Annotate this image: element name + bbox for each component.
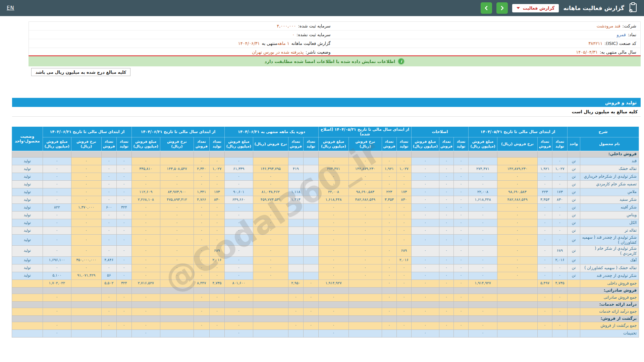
value-cell: ۰ [209,173,224,180]
value-cell [116,151,131,157]
value-cell: ۰ [160,245,194,256]
value-cell: ۰ [303,322,318,329]
value-cell: ۵,۵۰۲ [101,280,116,287]
value-cell: ۰ [318,329,348,337]
product-row: ويناستن۰۰۰۰۰۰۰۰۰۰۰۰۰۰۰۰۰۰۰۰۰تولید [12,211,639,219]
value-cell: ۰ [382,173,396,180]
value-cell: ۰ [552,203,567,211]
value-cell: ۰ [318,180,348,188]
value-cell [253,315,288,322]
status-cell [12,329,43,337]
value-cell: ۰ [101,219,116,227]
status-cell: تولید [12,264,43,272]
value-cell [453,151,468,157]
value-cell: ۰ [194,272,209,280]
value-cell: ۴۵۹,۷۷۳,۵۳۱ [253,196,288,203]
value-cell: ۰ [382,256,396,264]
header-product-status: وضعیت محصول-واحد [12,127,43,151]
value-cell: ۰ [160,180,194,188]
value-cell: ۰ [439,227,453,234]
value-cell: ۰ [348,219,382,227]
sub-column-header: تعداد تولید [396,137,411,151]
value-cell: ۰ [537,272,552,280]
status-cell: تولید [12,234,43,245]
value-cell: ۰ [253,211,288,219]
value-cell: ۶۰۰ [101,203,116,211]
value-cell [348,280,382,287]
value-cell: ۰ [497,219,537,227]
value-cell: ۰ [348,272,382,280]
value-cell [160,301,194,308]
language-switch-link[interactable]: EN [7,5,14,11]
value-cell: ۱,۶۹۶,۱۰۰ [43,256,71,264]
value-cell: ۰ [303,308,318,315]
value-cell: ۰ [453,245,468,256]
value-cell [253,294,288,301]
company-info-field: گزارش فعالیت ماهانه ۱ ماههمنتهی به ۱۴۰۴/… [29,39,335,48]
value-cell: ۰ [348,264,382,272]
sub-column-header: تعداد فروش [439,137,453,151]
value-cell: ۰ [468,203,497,211]
product-name-cell: جمع برگشت از فروش [580,322,639,329]
header-description: شرح [567,127,639,137]
value-cell: ۱,۹۱۴,۹۲۷ [468,280,497,287]
value-cell: ۰ [468,227,497,234]
product-row: شکر آفينهتن۰۰۰۰۰۰۰۰۰۰۰۰۰۰۰۰۰۳۲۴۶۰۰۱,۳۷۰,… [12,203,639,211]
value-cell [396,315,411,322]
value-cell [303,245,318,256]
previous-report-button[interactable] [481,2,492,14]
value-cell: ۰ [537,219,552,227]
report-type-dropdown[interactable]: گزارش فعالیت [512,4,559,12]
value-cell: ۲,۰۱۶ [396,256,411,264]
unit-cell: تن [567,272,580,280]
value-cell: ۰ [537,173,552,180]
status-cell: تولید [12,245,43,256]
value-cell: ۰ [411,234,439,245]
value-cell [497,287,537,294]
product-row: شکر توليدي از چغندر قندتن۰۰۰۰۰۰۰۰۰۰۰۰۰۰۰… [12,272,639,280]
unit-cell [567,308,580,315]
value-cell: ۰ [439,322,453,329]
value-cell: ۱۴۲,۸۷۹,۲۳۰ [497,165,537,173]
sub-column-header: مبلغ فروش (میلیون ریال) [43,137,71,151]
value-cell: ۰ [160,234,194,245]
value-cell [303,203,318,211]
value-cell: ۳۲۴ [116,280,131,287]
value-cell: ۰ [497,173,537,180]
summary-row: جمع برگشت از فروش۰۰۰۰۰۰۰۰۰۰۰۰۰۰۰۰۰۰ [12,322,639,329]
value-cell: ۰ [411,264,439,272]
sub-column-header: تعداد فروش [537,137,552,151]
value-cell [318,301,348,308]
product-row: تصفيه شکر خام کارمزديتن۰۰۰۰۰۰۰۰۰۰۰۰۰۰۰۰۰… [12,180,639,188]
product-name-cell: تفاله خشک ( سهمیه کشاورزان ) [580,264,639,272]
value-cell: ۰ [537,322,552,329]
value-cell [303,196,318,203]
value-cell: ۰ [131,322,160,329]
value-cell: ۰ [439,173,453,180]
value-cell: ۰ [552,264,567,272]
value-cell [288,301,303,308]
value-cell: ۰ [194,264,209,272]
sub-column-header: تعداد تولید [552,137,567,151]
value-cell [468,315,497,322]
value-cell: ۰ [101,264,116,272]
value-cell [552,315,567,322]
value-cell [318,287,348,294]
unit-cell: تن [567,256,580,264]
page: گزارش فعالیت ماهانه گزارش فعالیت EN شرکت… [0,0,644,362]
unit-cell: تن [567,165,580,173]
value-cell: ۰ [194,234,209,245]
product-name-cell: شکر توليدي از شکر خام ( کارمزدي ) [580,245,639,256]
value-cell [453,287,468,294]
value-cell [396,151,411,157]
value-cell [303,165,318,173]
value-cell [288,287,303,294]
value-cell: ۰ [224,264,253,272]
value-cell [224,151,253,157]
status-cell: تولید [12,173,43,180]
value-cell: ۰ [468,256,497,264]
value-cell [71,301,101,308]
next-report-button[interactable] [496,2,508,14]
value-cell: ۰ [71,245,101,256]
product-name-cell: آهک [580,256,639,264]
